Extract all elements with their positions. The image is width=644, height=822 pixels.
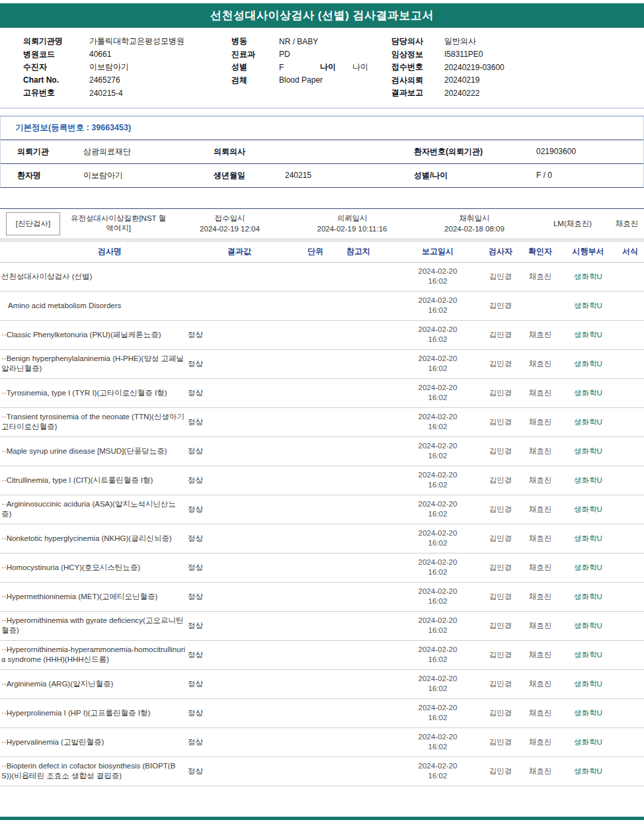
- reference-cell: [339, 669, 395, 698]
- examiner-cell: 김민경: [481, 349, 520, 378]
- result-row: ··Tyrosinemia, type I (TYR I)(고타이로신혈증 I형…: [0, 378, 644, 407]
- confirmer-cell: 채효진: [520, 553, 560, 582]
- info-label: 검사의뢰: [391, 75, 444, 86]
- examiner-cell: 김민경: [481, 524, 520, 553]
- confirmer-cell: 채효진: [520, 524, 560, 553]
- confirmer-cell: 채효진: [520, 407, 560, 436]
- department-cell: 생화학U: [560, 320, 616, 349]
- report-time: 16:02: [396, 422, 479, 432]
- unit-cell: [292, 553, 339, 582]
- basic-info-title: 기본정보(등록번호 : 39663453): [1, 116, 643, 140]
- exam-datetime-value: 2024-02-19 12:04: [169, 224, 291, 234]
- info-row: 병동NR / BABY: [231, 35, 391, 48]
- basic-info-pair: 환자번호(의뢰기관)021903600: [414, 146, 643, 157]
- hospital-info-col-3: 담당의사일반의사임상정보I58311PE0접수번호20240219-03600검…: [391, 35, 644, 100]
- results-header-cell: 보고일시: [395, 241, 481, 262]
- info-row: 결과보고20240222: [391, 87, 644, 100]
- basic-info-pair: 의뢰의사: [214, 146, 414, 157]
- info-row: 의뢰기관명가톨릭대학교은평성모병원: [23, 35, 231, 48]
- confirmer-cell: 채효진: [520, 611, 560, 640]
- unit-cell: [292, 407, 339, 436]
- report-date: 2024-02-20: [396, 761, 479, 771]
- report-datetime-cell: 2024-02-2016:02: [395, 378, 481, 407]
- form-cell: [616, 582, 644, 611]
- form-cell: [616, 524, 644, 553]
- info-value: 240215-4: [89, 89, 123, 98]
- department-cell: 생화학U: [560, 727, 616, 757]
- info-label: 병동: [231, 36, 279, 47]
- basic-info-label: 환자명: [17, 170, 83, 181]
- info-value: 40661: [89, 50, 111, 59]
- result-value-cell: 정상: [186, 698, 292, 727]
- form-cell: [616, 466, 644, 495]
- result-row: ··Homocystinuria (HCY)(호모시스틴뇨증)정상2024-02…: [0, 553, 644, 582]
- info-value: 20240219-03600: [444, 63, 504, 72]
- report-datetime-cell: 2024-02-2016:02: [395, 349, 481, 378]
- report-date: 2024-02-20: [396, 528, 479, 538]
- examiner-cell: 김민경: [481, 320, 520, 349]
- info-value: 2465276: [89, 75, 120, 85]
- basic-info-row: 환자명이보람아기생년월일240215성별/나이F / 0: [1, 163, 643, 187]
- result-row: 선천성대사이상검사 (선별)2024-02-2016:02김민경채효진생화학U: [0, 262, 644, 291]
- confirmer-cell: 채효진: [520, 349, 560, 378]
- result-row: ··Argininemia (ARG)(알지닌혈증)정상2024-02-2016…: [0, 669, 644, 698]
- info-label: 나이: [320, 62, 352, 73]
- exam-datetime: 접수일시2024-02-19 12:04: [169, 213, 291, 234]
- hospital-info: 의뢰기관명가톨릭대학교은평성모병원병원코드40661수진자이보람아기Chart …: [0, 28, 644, 105]
- result-value-cell: 정상: [186, 407, 292, 436]
- hospital-info-col-1: 의뢰기관명가톨릭대학교은평성모병원병원코드40661수진자이보람아기Chart …: [23, 35, 231, 100]
- reference-cell: [339, 495, 395, 524]
- hospital-info-col-2: 병동NR / BABY진료과PD성별F나이나이검체Blood Paper: [231, 35, 391, 100]
- report-time: 16:02: [396, 451, 479, 461]
- report-date: 2024-02-20: [396, 267, 479, 276]
- info-row: 수진자이보람아기: [23, 61, 231, 74]
- report-time: 16:02: [396, 596, 479, 606]
- basic-info-rows: 의뢰기관삼광의료재단의뢰의사환자번호(의뢰기관)021903600환자명이보람아…: [1, 140, 643, 187]
- result-value-cell: 정상: [186, 466, 292, 495]
- info-row: 접수번호20240219-03600: [391, 61, 644, 74]
- basic-info-value: 삼광의료재단: [83, 146, 131, 157]
- form-cell: [616, 291, 644, 320]
- collector-name-2: 채효진: [610, 219, 644, 229]
- result-row: ··Maple syrup urine disease [MSUD](단풍당뇨증…: [0, 436, 644, 466]
- unit-cell: [292, 669, 339, 698]
- unit-cell: [292, 524, 339, 553]
- test-name-cell: ··Citrullinemia, type I (CIT)(시트룰린혈증 I형): [0, 466, 186, 495]
- report-date: 2024-02-20: [396, 732, 479, 742]
- exam-datetime-cols: 접수일시2024-02-19 12:04의뢰일시2024-02-19 10:11…: [169, 213, 536, 234]
- info-value: I58311PE0: [444, 50, 483, 59]
- info-label: 수진자: [23, 62, 89, 73]
- results-header-cell: 단위: [292, 241, 339, 262]
- confirmer-cell: 채효진: [520, 727, 560, 757]
- report-date: 2024-02-20: [396, 325, 479, 335]
- result-row: ··Nonketotic hyperglycinemia (NKHG)(글리신뇌…: [0, 524, 644, 553]
- department-cell: 생화학U: [560, 291, 616, 320]
- department-cell: 생화학U: [560, 524, 616, 553]
- form-cell: [616, 320, 644, 349]
- confirmer-cell: 채효진: [520, 640, 560, 669]
- basic-info-label: 성별/나이: [414, 170, 536, 181]
- info-value: 일반의사: [444, 36, 476, 47]
- info-row: 고유번호240215-4: [23, 87, 231, 100]
- info-value: 20240219: [444, 75, 479, 85]
- exam-tag: [진단검사]: [6, 212, 60, 235]
- examiner-cell: 김민경: [481, 582, 520, 611]
- results-header-cell: 검사자: [481, 241, 520, 262]
- results-header-cell: 검사명: [0, 241, 186, 262]
- report-time: 16:02: [396, 771, 479, 781]
- report-title: 선천성대사이상검사 (선별) 검사결과보고서: [210, 8, 434, 23]
- form-cell: [616, 262, 644, 291]
- department-cell: 생화학U: [560, 611, 616, 640]
- report-date: 2024-02-20: [396, 587, 479, 596]
- report-date: 2024-02-20: [396, 383, 479, 393]
- unit-cell: [292, 698, 339, 727]
- reference-cell: [339, 407, 395, 436]
- reference-cell: [339, 349, 395, 378]
- result-row: ··Biopterin defect in cofactor biosynthe…: [0, 757, 644, 786]
- result-row: ··Hyperornithinemia-hyperammonemia-homoc…: [0, 640, 644, 669]
- report-time: 16:02: [396, 364, 479, 374]
- result-value-cell: 정상: [186, 727, 292, 757]
- result-row: ··Benign hyperphenylalaninemia (H-PHE)(양…: [0, 349, 644, 378]
- info-label: 담당의사: [391, 36, 444, 47]
- report-time: 16:02: [396, 276, 479, 286]
